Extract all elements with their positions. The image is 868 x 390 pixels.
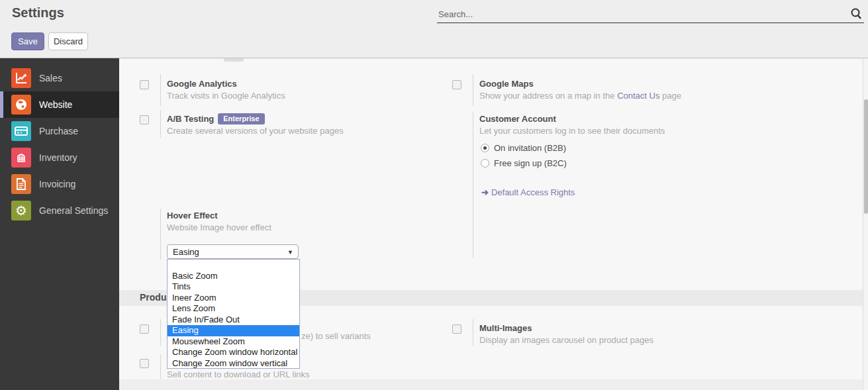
dropdown-option[interactable]: Basic Zoom [168,271,299,282]
on-invitation-radio[interactable] [481,144,489,152]
header-bar: Settings Save Discard [0,0,868,58]
search-icon[interactable] [849,6,863,21]
ab-testing-title-text: A/B Testing [167,114,214,124]
sidebar-item-website[interactable]: Website [0,91,119,118]
customer-account-title: Customer Account [479,114,556,124]
divider [473,74,473,106]
divider [160,319,161,346]
search-input[interactable] [438,7,836,21]
sidebar: Sales Website Purchase [0,58,119,390]
sidebar-item-purchase[interactable]: Purchase [0,118,119,144]
google-maps-desc-tail: page [659,91,681,101]
ab-testing-checkbox[interactable] [140,115,149,124]
sidebar-item-label: Website [39,99,72,110]
divider [473,112,473,258]
dropdown-option[interactable]: Change Zoom window horizontal [168,347,299,358]
hover-effect-selected-value: Easing [173,247,199,257]
on-invitation-label: On invitation (B2B) [494,143,566,153]
globe-icon [11,95,31,115]
page-bottom-strip [119,379,863,390]
divider [160,110,161,138]
enterprise-badge: Enterprise [218,113,264,124]
divider [160,74,161,106]
dropdown-option[interactable]: Lens Zoom [168,303,299,315]
google-maps-desc-text: Show your address on a map in the [479,91,617,101]
sidebar-item-label: Purchase [39,126,78,136]
discard-button[interactable]: Discard [48,32,88,50]
divider [160,209,161,260]
dropdown-option[interactable]: Mousewheel Zoom [168,336,299,348]
multi-images-title: Multi-Images [479,323,532,333]
section-heading: Produ [140,292,166,303]
variants-checkbox[interactable] [140,324,149,334]
ab-testing-title: A/B TestingEnterprise [167,114,265,125]
vertical-scrollbar[interactable] [863,59,868,390]
ab-testing-desc: Create several versions of your website … [167,126,344,136]
sidebar-item-invoicing[interactable]: Invoicing [0,171,119,197]
digital-content-desc: Sell content to download or URL links [167,369,310,379]
variants-desc-fragment: ze) to sell variants [301,331,371,341]
settings-content: Google Analytics Track visits in Google … [119,59,863,390]
dropdown-option[interactable]: Change Zoom window vertical [168,358,299,369]
gear-icon: ⚙ [11,201,31,220]
multi-images-desc: Display an images carousel on product pa… [479,335,653,345]
hover-effect-desc: Website Image hover effect [167,222,271,232]
customer-account-desc: Let your customers log in to see their d… [479,126,665,136]
building-icon [11,148,31,168]
chevron-down-icon: ▼ [287,249,293,256]
google-maps-checkbox[interactable] [452,80,461,89]
contact-us-link[interactable]: Contact Us [617,91,659,101]
dropdown-option[interactable]: Ineer Zoom [168,293,299,304]
multi-images-checkbox[interactable] [452,324,461,334]
sidebar-item-sales[interactable]: Sales [0,65,119,91]
credit-card-icon [11,121,31,141]
sales-chart-icon [11,68,31,88]
google-analytics-title: Google Analytics [167,79,237,89]
digital-content-checkbox[interactable] [140,359,149,368]
google-maps-title: Google Maps [479,79,534,89]
arrow-right-icon: ➔ [481,187,489,197]
dropdown-option-blank[interactable] [168,260,299,271]
google-maps-desc: Show your address on a map in the Contac… [479,91,681,101]
search-bar [437,4,864,23]
sidebar-item-general-settings[interactable]: ⚙ General Settings [0,197,119,224]
scrollbar-thumb[interactable] [864,99,868,214]
default-access-rights-link[interactable]: ➔Default Access Rights [481,187,575,197]
hover-effect-title: Hover Effect [167,211,218,220]
free-signup-label: Free sign up (B2C) [494,158,567,168]
sidebar-item-label: General Settings [39,205,108,216]
sidebar-item-inventory[interactable]: Inventory [0,144,119,171]
hover-effect-select[interactable]: Easing ▼ [167,244,299,259]
sidebar-item-label: Invoicing [39,179,75,189]
save-button[interactable]: Save [11,32,44,50]
divider [473,319,473,346]
dropdown-option[interactable]: Tints [168,281,299,293]
page-title: Settings [12,5,64,21]
sidebar-item-label: Sales [39,73,62,83]
google-analytics-checkbox[interactable] [140,80,149,89]
dropdown-option-highlighted[interactable]: Easing [168,325,299,336]
free-signup-radio[interactable] [481,159,489,168]
sidebar-item-label: Inventory [39,152,77,163]
scrolled-element-remnant [224,58,244,62]
divider [160,354,161,379]
google-analytics-desc: Track visits in Google Analytics [167,91,285,101]
dropdown-option[interactable]: Fade In/Fade Out [168,315,299,326]
default-access-rights-text: Default Access Rights [491,187,575,197]
document-icon [11,174,31,194]
hover-effect-dropdown-list: Basic Zoom Tints Ineer Zoom Lens Zoom Fa… [167,259,300,369]
